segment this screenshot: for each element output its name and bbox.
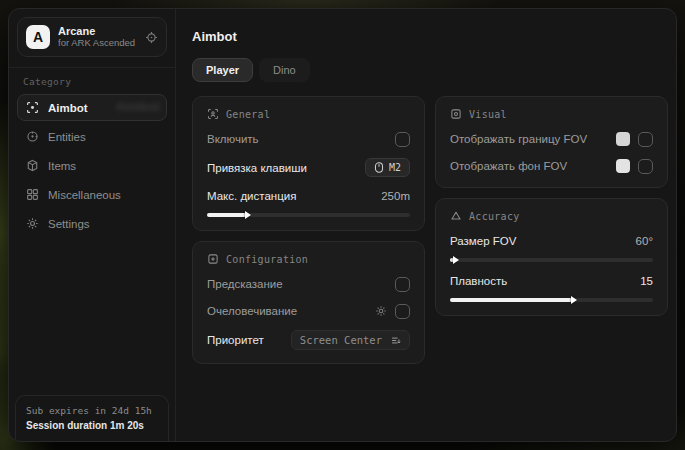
tab-player[interactable]: Player [192,58,253,82]
sidebar-item-label: Entities [48,131,86,143]
max-distance-slider[interactable] [207,213,410,217]
sidebar-nav: Aimbot Aimbot Entities Items Miscellane [17,94,167,237]
accuracy-card: Accuracy Размер FOV 60° Плавность 15 [435,198,668,316]
smoothness-value: 15 [640,275,653,287]
sidebar-item-entities[interactable]: Entities [17,123,167,150]
crosshair-icon [26,101,39,114]
focus-icon [207,108,219,120]
priority-row: Приоритет Screen Center [207,330,410,350]
divider [9,67,175,68]
sidebar-item-label: Aimbot [48,102,88,114]
mouse-icon [374,162,384,173]
triangle-icon [450,210,462,222]
logo-letter: A [33,29,43,45]
session-duration-text: Session duration 1m 20s [26,420,158,431]
list-select-icon [390,335,401,346]
smoothness-row: Плавность 15 [450,273,653,289]
section-title: Visual [469,109,507,120]
sidebar-item-miscellaneous[interactable]: Miscellaneous [17,181,167,208]
max-distance-row: Макс. дистанция 250m [207,188,410,204]
logo-card: A Arcane for ARK Ascended [17,17,167,57]
fov-bg-color-swatch[interactable] [616,159,630,173]
fov-border-color-swatch[interactable] [616,132,630,146]
sub-expires-text: Sub expires in 24d 15h [26,405,158,416]
sidebar-item-label: Settings [48,218,90,230]
humanize-checkbox[interactable] [395,304,410,319]
humanize-settings-gear-icon[interactable] [375,305,387,317]
target-icon[interactable] [145,31,158,44]
session-info-card: Sub expires in 24d 15h Session duration … [15,395,169,441]
sidebar-item-items[interactable]: Items [17,152,167,179]
app-window: A Arcane for ARK Ascended Category Aimbo… [8,8,677,442]
general-card: General Включить Привязка клавиши M2 [192,96,425,231]
fov-size-row: Размер FOV 60° [450,233,653,249]
keybind-row: Привязка клавиши M2 [207,158,410,177]
slider-thumb[interactable] [571,296,577,304]
prediction-checkbox[interactable] [395,277,410,292]
fov-border-checkbox[interactable] [638,132,653,147]
humanize-label: Очеловечивание [207,305,297,317]
fov-bg-label: Отображать фон FOV [450,160,567,172]
priority-label: Приоритет [207,334,264,346]
max-distance-value: 250m [381,190,410,202]
section-title: Configuration [226,254,308,265]
section-title: Accuracy [469,211,520,222]
page-title: Aimbot [192,29,668,44]
app-logo: A [26,25,50,49]
config-box-icon [207,253,219,265]
sidebar: A Arcane for ARK Ascended Category Aimbo… [9,9,176,441]
fov-size-label: Размер FOV [450,235,516,247]
keybind-label: Привязка клавиши [207,162,307,174]
tab-bar: Player Dino [192,58,668,82]
max-distance-label: Макс. дистанция [207,190,296,202]
slider-thumb[interactable] [245,211,251,219]
fov-size-slider[interactable] [450,258,653,262]
priority-dropdown[interactable]: Screen Center [291,330,410,350]
box-icon [26,159,39,172]
prediction-label: Предсказание [207,278,283,290]
slider-thumb[interactable] [453,256,459,264]
sidebar-item-label: Miscellaneous [48,189,121,201]
enable-checkbox[interactable] [395,132,410,147]
main-content: Aimbot Player Dino General Включить [176,9,677,441]
eye-frame-icon [450,108,462,120]
keybind-button[interactable]: M2 [365,158,410,177]
fov-bg-row: Отображать фон FOV [450,158,653,174]
aimbot-watermark: Aimbot [115,99,160,114]
app-name: Arcane [58,25,137,38]
app-subtitle: for ARK Ascended [58,38,137,49]
configuration-card: Configuration Предсказание Очеловечивани… [192,241,425,364]
sidebar-item-label: Items [48,160,76,172]
tab-dino[interactable]: Dino [259,58,310,82]
gear-icon [26,217,39,230]
sidebar-item-aimbot[interactable]: Aimbot Aimbot [17,94,167,121]
prediction-row: Предсказание [207,276,410,292]
priority-value: Screen Center [300,334,382,346]
smoothness-label: Плавность [450,275,507,287]
fov-border-label: Отображать границу FOV [450,133,587,145]
fov-bg-checkbox[interactable] [638,159,653,174]
category-label: Category [23,76,161,87]
enable-row: Включить [207,131,410,147]
humanize-row: Очеловечивание [207,303,410,319]
fov-size-value: 60° [636,235,653,247]
fov-border-row: Отображать границу FOV [450,131,653,147]
visual-card: Visual Отображать границу FOV Отображать… [435,96,668,188]
radar-icon [26,130,39,143]
smoothness-slider[interactable] [450,298,653,302]
grid-icon [26,188,39,201]
enable-label: Включить [207,133,259,145]
keybind-value: M2 [389,162,401,173]
sidebar-item-settings[interactable]: Settings [17,210,167,237]
section-title: General [226,109,270,120]
